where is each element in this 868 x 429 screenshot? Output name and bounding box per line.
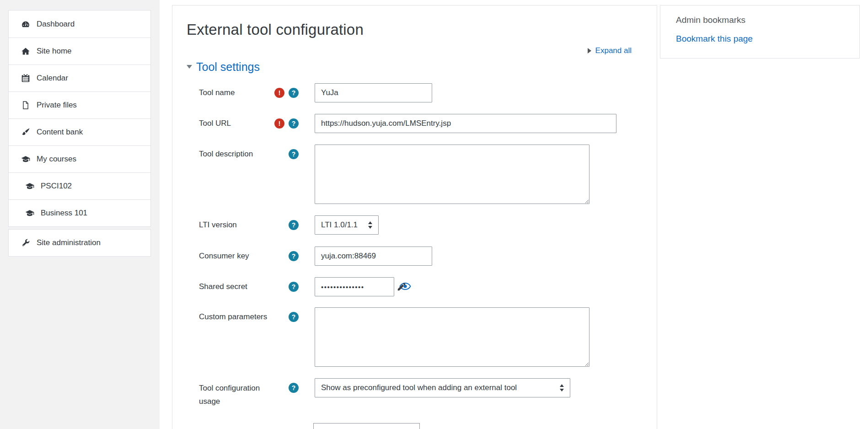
home-icon [21, 47, 30, 56]
form-row-tool-description: Tool description ? [199, 145, 643, 204]
consumer-key-label: Consumer key [199, 247, 275, 262]
form-row-shared-secret: Shared secret ? [199, 277, 643, 296]
form-row-tool-name: Tool name ! ? [199, 83, 643, 102]
tool-description-label: Tool description [199, 145, 275, 160]
lti-version-select[interactable]: LTI 1.0/1.1 [315, 215, 379, 235]
help-icon[interactable]: ? [289, 149, 299, 159]
page-title: External tool configuration [187, 21, 643, 39]
partial-field[interactable] [313, 423, 420, 429]
bookmark-this-page-link[interactable]: Bookmark this page [676, 34, 753, 44]
shared-secret-label: Shared secret [199, 277, 275, 292]
sidebar-item-private-files[interactable]: Private files [9, 91, 150, 118]
tool-url-input[interactable] [315, 114, 616, 133]
lti-version-value: LTI 1.0/1.1 [321, 220, 358, 230]
sidebar-item-label: Site home [37, 47, 72, 56]
graduation-cap-icon [25, 182, 34, 191]
sidebar-item-label: My courses [37, 155, 76, 164]
sidebar-item-label: Private files [37, 101, 77, 110]
section-title: Tool settings [196, 60, 260, 74]
consumer-key-input[interactable] [315, 247, 432, 266]
sidebar-item-label: PSCI102 [41, 182, 72, 191]
file-icon [21, 101, 30, 110]
nav-list: Dashboard Site home Calendar Private fil… [8, 10, 151, 227]
admin-bookmarks-block: Admin bookmarks Bookmark this page [660, 5, 860, 59]
sidebar-item-content-bank[interactable]: Content bank [9, 118, 150, 145]
tool-settings-section-toggle[interactable]: Tool settings [187, 60, 643, 74]
expand-all-link[interactable]: Expand all [588, 46, 632, 55]
caret-down-icon [187, 65, 192, 69]
help-icon[interactable]: ? [289, 251, 299, 261]
required-icon: ! [274, 118, 284, 129]
sidebar-item-dashboard[interactable]: Dashboard [9, 11, 150, 38]
sidebar-item-label: Dashboard [37, 20, 75, 29]
help-icon[interactable]: ? [289, 383, 299, 393]
caret-right-icon [588, 48, 591, 54]
tool-config-usage-select[interactable]: Show as preconfigured tool when adding a… [315, 378, 570, 397]
tool-description-textarea[interactable] [315, 145, 589, 204]
lti-version-label: LTI version [199, 215, 275, 231]
help-icon[interactable]: ? [289, 118, 299, 129]
tool-config-usage-value: Show as preconfigured tool when adding a… [321, 383, 517, 392]
sidebar-item-calendar[interactable]: Calendar [9, 64, 150, 91]
form-row-custom-parameters: Custom parameters ? [199, 307, 643, 367]
sidebar-item-label: Site administration [37, 238, 101, 247]
sidebar-item-psci102[interactable]: PSCI102 [9, 172, 150, 199]
main-content-card: External tool configuration Expand all T… [172, 5, 657, 429]
pencil-edit-icon[interactable] [396, 281, 407, 292]
tool-name-label: Tool name [199, 83, 275, 98]
shared-secret-input[interactable] [315, 277, 394, 296]
tool-name-input[interactable] [315, 83, 432, 102]
select-updown-icon [559, 384, 564, 391]
help-icon[interactable]: ? [289, 88, 299, 98]
required-icon: ! [274, 88, 284, 98]
tool-config-usage-label: Tool configuration usage [199, 378, 275, 408]
form-row-lti-version: LTI version ? LTI 1.0/1.1 [199, 215, 643, 235]
admin-bookmarks-title: Admin bookmarks [676, 15, 850, 25]
help-icon[interactable]: ? [289, 220, 299, 230]
form-row-tool-config-usage: Tool configuration usage ? Show as preco… [199, 378, 643, 408]
help-icon[interactable]: ? [289, 312, 299, 322]
form-row-consumer-key: Consumer key ? [199, 247, 643, 266]
form-row-tool-url: Tool URL ! ? [199, 114, 643, 133]
help-icon[interactable]: ? [289, 282, 299, 292]
sidebar-item-my-courses[interactable]: My courses [9, 145, 150, 172]
expand-all-label: Expand all [595, 46, 632, 55]
graduation-cap-icon [25, 209, 34, 218]
nav-admin-block: Site administration [8, 229, 151, 257]
sidebar-item-label: Business 101 [41, 209, 87, 218]
custom-parameters-label: Custom parameters [199, 307, 275, 322]
custom-parameters-textarea[interactable] [315, 307, 589, 367]
sidebar-item-site-administration[interactable]: Site administration [9, 230, 150, 256]
wrench-icon [21, 238, 30, 248]
form-row-partial [199, 423, 643, 429]
dashboard-icon [21, 19, 30, 29]
sidebar-item-business-101[interactable]: Business 101 [9, 199, 150, 226]
graduation-cap-icon [21, 155, 30, 164]
paint-brush-icon [21, 128, 30, 137]
tool-settings-form: Tool name ! ? Tool URL ! ? Tool descript… [187, 83, 643, 429]
select-updown-icon [368, 221, 373, 229]
calendar-icon [21, 74, 30, 83]
sidebar-item-site-home[interactable]: Site home [9, 38, 150, 64]
sidebar-item-label: Content bank [37, 128, 83, 137]
sidebar-item-label: Calendar [37, 74, 68, 83]
nav-drawer: Dashboard Site home Calendar Private fil… [0, 0, 160, 429]
tool-url-label: Tool URL [199, 114, 275, 129]
expand-all-row: Expand all [187, 45, 643, 56]
